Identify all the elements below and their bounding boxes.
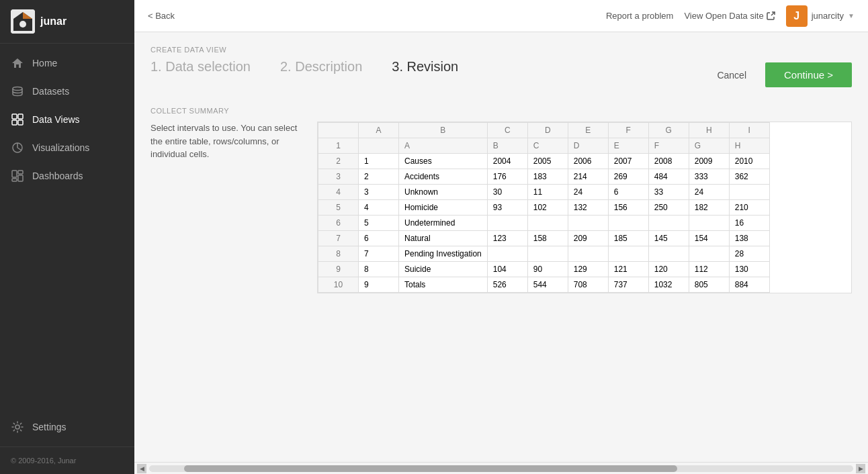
table-cell[interactable]: 9 [359, 277, 399, 293]
table-cell[interactable]: 484 [648, 169, 689, 185]
table-cell[interactable]: 805 [689, 277, 729, 293]
table-cell[interactable]: C [527, 138, 568, 154]
table-cell[interactable]: 130 [729, 262, 769, 277]
back-button[interactable]: < Back [148, 11, 175, 21]
table-cell[interactable] [568, 246, 608, 262]
table-row[interactable]: 98Suicide10490129121120112130 [318, 262, 770, 277]
table-cell[interactable]: 2004 [487, 154, 527, 169]
table-cell[interactable]: 176 [487, 169, 527, 185]
table-cell[interactable]: H [729, 138, 769, 154]
sidebar-item-datasets[interactable]: Datasets [0, 77, 134, 105]
table-cell[interactable]: 2006 [568, 154, 608, 169]
table-cell[interactable] [729, 185, 769, 200]
table-row[interactable]: 87Pending Investigation28 [318, 246, 770, 262]
table-cell[interactable]: 362 [729, 169, 769, 185]
table-cell[interactable]: 33 [648, 185, 689, 200]
table-cell[interactable]: E [608, 138, 648, 154]
table-cell[interactable]: 210 [729, 200, 769, 216]
table-cell[interactable]: 102 [527, 200, 568, 216]
scroll-left-arrow[interactable]: ◀ [137, 464, 146, 473]
horizontal-scrollbar[interactable]: ◀ ▶ [134, 462, 868, 474]
table-cell[interactable]: D [568, 138, 608, 154]
table-cell[interactable]: G [689, 138, 729, 154]
table-cell[interactable]: 2005 [527, 154, 568, 169]
table-cell[interactable]: 526 [487, 277, 527, 293]
user-info[interactable]: J junarcity ▼ [786, 5, 855, 27]
table-cell[interactable]: Unknown [399, 185, 488, 200]
table-cell[interactable]: Causes [399, 154, 488, 169]
table-cell[interactable] [689, 246, 729, 262]
table-cell[interactable]: 708 [568, 277, 608, 293]
continue-button[interactable]: Continue > [765, 62, 852, 87]
table-cell[interactable]: 112 [689, 262, 729, 277]
sidebar-item-dashboards[interactable]: Dashboards [0, 162, 134, 190]
table-cell[interactable]: 158 [527, 231, 568, 246]
table-row[interactable]: 43Unknown30112463324 [318, 185, 770, 200]
table-row[interactable]: 21Causes2004200520062007200820092010 [318, 154, 770, 169]
sidebar-item-dataviews[interactable]: Data Views [0, 105, 134, 134]
table-row[interactable]: 109Totals5265447087371032805884 [318, 277, 770, 293]
table-cell[interactable]: A [399, 138, 488, 154]
table-cell[interactable] [527, 246, 568, 262]
table-cell[interactable] [568, 216, 608, 231]
table-cell[interactable]: 104 [487, 262, 527, 277]
table-cell[interactable] [359, 138, 399, 154]
table-cell[interactable]: Suicide [399, 262, 488, 277]
table-cell[interactable]: 2009 [689, 154, 729, 169]
table-cell[interactable] [487, 216, 527, 231]
table-cell[interactable]: 2 [359, 169, 399, 185]
sidebar-item-settings[interactable]: Settings [0, 413, 134, 441]
table-cell[interactable] [689, 216, 729, 231]
table-cell[interactable]: 214 [568, 169, 608, 185]
table-cell[interactable]: 16 [729, 216, 769, 231]
table-cell[interactable]: Totals [399, 277, 488, 293]
table-cell[interactable]: 145 [648, 231, 689, 246]
table-cell[interactable]: 132 [568, 200, 608, 216]
table-cell[interactable]: 1032 [648, 277, 689, 293]
table-cell[interactable]: 2007 [608, 154, 648, 169]
table-cell[interactable] [608, 216, 648, 231]
table-row[interactable]: 76Natural123158209185145154138 [318, 231, 770, 246]
scroll-track[interactable] [149, 465, 853, 472]
table-cell[interactable]: 2008 [648, 154, 689, 169]
table-cell[interactable]: 544 [527, 277, 568, 293]
table-row[interactable]: 32Accidents176183214269484333362 [318, 169, 770, 185]
table-cell[interactable] [648, 246, 689, 262]
table-cell[interactable]: 209 [568, 231, 608, 246]
scroll-right-arrow[interactable]: ▶ [856, 464, 865, 473]
sidebar-item-home[interactable]: Home [0, 49, 134, 77]
table-cell[interactable]: 183 [527, 169, 568, 185]
table-cell[interactable]: 24 [568, 185, 608, 200]
table-cell[interactable]: 269 [608, 169, 648, 185]
table-cell[interactable]: 333 [689, 169, 729, 185]
table-cell[interactable]: Accidents [399, 169, 488, 185]
table-row[interactable]: 65Undetermined16 [318, 216, 770, 231]
table-cell[interactable]: 182 [689, 200, 729, 216]
table-cell[interactable]: F [648, 138, 689, 154]
table-cell[interactable]: 185 [608, 231, 648, 246]
table-cell[interactable]: 123 [487, 231, 527, 246]
table-cell[interactable]: 8 [359, 262, 399, 277]
table-cell[interactable]: 4 [359, 200, 399, 216]
sidebar-item-visualizations[interactable]: Visualizations [0, 134, 134, 162]
table-cell[interactable]: 129 [568, 262, 608, 277]
table-cell[interactable]: 5 [359, 216, 399, 231]
data-table-wrapper[interactable]: A B C D E F G H I 1 [317, 122, 852, 293]
table-cell[interactable]: 120 [648, 262, 689, 277]
table-cell[interactable]: 138 [729, 231, 769, 246]
report-problem-link[interactable]: Report a problem [606, 11, 673, 21]
table-cell[interactable]: 884 [729, 277, 769, 293]
table-cell[interactable]: 737 [608, 277, 648, 293]
table-cell[interactable]: Pending Investigation [399, 246, 488, 262]
table-cell[interactable]: 28 [729, 246, 769, 262]
table-cell[interactable]: 250 [648, 200, 689, 216]
table-cell[interactable] [527, 216, 568, 231]
open-data-link[interactable]: View Open Data site [684, 11, 775, 21]
table-cell[interactable]: 24 [689, 185, 729, 200]
table-cell[interactable]: Homicide [399, 200, 488, 216]
table-row[interactable]: 54Homicide93102132156250182210 [318, 200, 770, 216]
table-cell[interactable]: 3 [359, 185, 399, 200]
table-cell[interactable]: 121 [608, 262, 648, 277]
scroll-thumb[interactable] [184, 465, 677, 472]
table-cell[interactable]: 90 [527, 262, 568, 277]
